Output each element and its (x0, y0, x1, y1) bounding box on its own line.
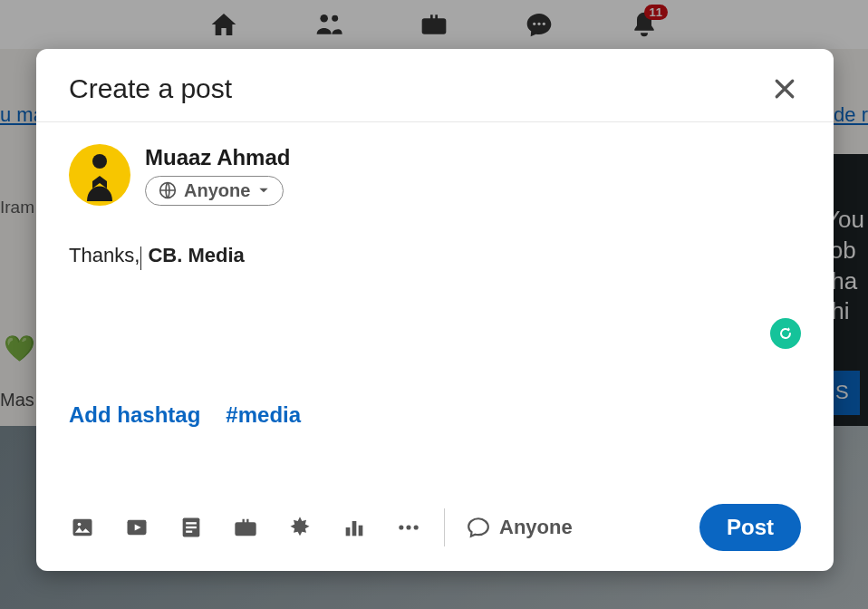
media-toolbar (69, 514, 422, 541)
svg-point-8 (78, 523, 82, 527)
close-button[interactable] (768, 72, 801, 105)
svg-rect-13 (186, 531, 192, 533)
comment-scope-label: Anyone (499, 516, 573, 539)
add-poll-button[interactable] (341, 514, 368, 541)
dialog-body: Muaaz Ahmad Anyone Thanks, CB. Media Add… (36, 122, 834, 504)
video-icon (124, 515, 149, 540)
add-hashtag-button[interactable]: Add hashtag (69, 402, 200, 428)
vertical-divider (444, 508, 445, 546)
post-text-bold: CB. Media (142, 244, 244, 266)
author-row: Muaaz Ahmad Anyone (69, 144, 801, 206)
avatar[interactable] (69, 144, 130, 206)
briefcase-icon (233, 515, 258, 540)
celebrate-button[interactable] (286, 514, 313, 541)
suggested-hashtag[interactable]: #media (226, 402, 301, 428)
document-icon (178, 515, 204, 540)
starburst-icon (287, 515, 313, 540)
hashtag-row: Add hashtag #media (69, 402, 301, 428)
author-name: Muaaz Ahmad (145, 145, 290, 170)
grammarly-button[interactable] (770, 318, 801, 349)
add-video-button[interactable] (123, 514, 150, 541)
more-options-button[interactable] (395, 514, 422, 541)
comment-icon (467, 516, 490, 539)
ellipsis-icon (396, 515, 421, 540)
caret-down-icon (257, 184, 270, 197)
add-document-button[interactable] (178, 514, 205, 541)
svg-rect-15 (352, 521, 357, 536)
svg-rect-11 (186, 522, 197, 524)
svg-rect-16 (359, 526, 363, 536)
audience-label: Anyone (184, 180, 250, 201)
grammarly-icon (776, 324, 795, 343)
post-button[interactable]: Post (699, 504, 801, 551)
poll-icon (342, 515, 367, 540)
globe-icon (159, 181, 177, 199)
post-text-plain: Thanks, (69, 244, 140, 266)
photo-icon (70, 515, 95, 540)
create-post-dialog: Create a post Muaaz Ahmad Anyone (36, 49, 834, 571)
comment-scope-button[interactable]: Anyone (467, 516, 573, 539)
dialog-footer: Anyone Post (36, 504, 834, 571)
close-icon (771, 75, 798, 102)
svg-point-18 (406, 525, 410, 529)
svg-rect-14 (346, 527, 351, 536)
dialog-header: Create a post (36, 49, 834, 122)
audience-selector[interactable]: Anyone (145, 176, 284, 206)
add-job-button[interactable] (232, 514, 259, 541)
svg-rect-12 (186, 527, 197, 528)
avatar-image (78, 149, 121, 201)
svg-point-5 (92, 154, 107, 169)
svg-point-19 (414, 525, 419, 529)
dialog-title: Create a post (69, 73, 232, 104)
add-photo-button[interactable] (69, 514, 96, 541)
svg-point-17 (399, 525, 403, 529)
post-text-editor[interactable]: Thanks, CB. Media (69, 244, 801, 267)
svg-rect-7 (73, 519, 92, 536)
